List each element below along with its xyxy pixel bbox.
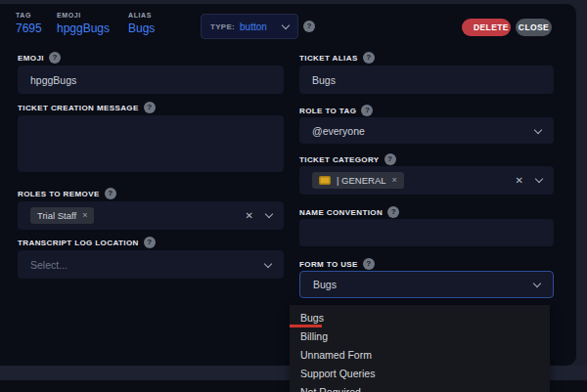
form-to-use-dropdown-menu: Bugs Billing Unnamed Form Support Querie… bbox=[290, 305, 550, 392]
chevron-down-icon bbox=[533, 280, 541, 287]
emoji-input-value: hpggBugs bbox=[30, 74, 76, 86]
name-convention-label: NAME CONVENTION bbox=[299, 208, 383, 217]
stat-alias-value: Bugs bbox=[128, 22, 155, 35]
emoji-field-label-row: EMOJI ? bbox=[18, 52, 61, 64]
type-select-label: TYPE: bbox=[210, 22, 235, 31]
dropdown-option-label: Not Required bbox=[300, 386, 361, 392]
chevron-down-icon[interactable] bbox=[265, 210, 273, 218]
chip-remove-icon[interactable]: × bbox=[392, 176, 397, 185]
type-select-value: button bbox=[240, 22, 278, 32]
stat-alias: ALIAS Bugs bbox=[128, 12, 155, 35]
role-to-tag-select[interactable]: @everyone bbox=[299, 117, 554, 144]
chevron-down-icon bbox=[534, 125, 542, 133]
dropdown-option-bugs[interactable]: Bugs bbox=[290, 308, 550, 327]
dropdown-option-label: Unnamed Form bbox=[300, 349, 372, 361]
roles-to-remove-label: ROLES TO REMOVE bbox=[18, 190, 100, 198]
ticket-category-label-row: TICKET CATEGORY ? bbox=[299, 153, 396, 165]
ticket-emoji-icon bbox=[319, 176, 331, 185]
chip-remove-icon[interactable]: × bbox=[82, 211, 87, 220]
help-icon[interactable]: ? bbox=[363, 258, 375, 270]
chevron-down-icon bbox=[264, 259, 272, 267]
ticket-category-multiselect[interactable]: | GENERAL × ✕ bbox=[299, 166, 554, 195]
role-chip-label: Trial Staff bbox=[37, 210, 76, 221]
dropdown-option-unnamed-form[interactable]: Unnamed Form bbox=[290, 345, 550, 364]
dropdown-option-not-required[interactable]: Not Required bbox=[290, 382, 550, 392]
clear-icon[interactable]: ✕ bbox=[246, 211, 253, 221]
dropdown-option-label: Billing bbox=[300, 330, 328, 342]
category-chip-label: | GENERAL bbox=[337, 175, 386, 186]
form-to-use-label: FORM TO USE bbox=[299, 260, 358, 269]
stat-alias-label: ALIAS bbox=[128, 12, 155, 19]
category-chip: | GENERAL × bbox=[312, 172, 404, 189]
form-to-use-select[interactable]: Bugs bbox=[299, 271, 554, 298]
ticket-alias-label: TICKET ALIAS bbox=[299, 54, 358, 63]
close-button[interactable]: CLOSE bbox=[516, 19, 552, 36]
name-convention-input[interactable] bbox=[299, 219, 554, 246]
help-icon[interactable]: ? bbox=[384, 153, 396, 165]
dropdown-option-label: Support Queries bbox=[300, 368, 375, 379]
select-placeholder: Select... bbox=[30, 259, 68, 271]
dropdown-option-billing[interactable]: Billing bbox=[290, 327, 550, 345]
delete-button[interactable]: DELETE bbox=[462, 19, 511, 36]
dropdown-option-support-queries[interactable]: Support Queries bbox=[290, 364, 550, 382]
emoji-input[interactable]: hpggBugs bbox=[18, 65, 284, 94]
ticket-creation-message-textarea[interactable] bbox=[18, 115, 284, 172]
roles-to-remove-multiselect[interactable]: Trial Staff × ✕ bbox=[18, 201, 284, 230]
ticket-alias-label-row: TICKET ALIAS ? bbox=[299, 52, 375, 64]
name-convention-label-row: NAME CONVENTION ? bbox=[299, 206, 399, 218]
ticket-category-label: TICKET CATEGORY bbox=[299, 155, 380, 164]
transcript-log-location-label-row: TRANSCRIPT LOG LOCATION ? bbox=[18, 237, 156, 248]
stat-emoji: EMOJI hpggBugs bbox=[57, 12, 110, 35]
role-to-tag-label-row: ROLE TO TAG ? bbox=[299, 105, 373, 116]
form-to-use-label-row: FORM TO USE ? bbox=[299, 258, 375, 270]
transcript-log-location-label: TRANSCRIPT LOG LOCATION bbox=[18, 239, 139, 247]
role-chip: Trial Staff × bbox=[30, 207, 94, 224]
form-to-use-value: Bugs bbox=[313, 279, 337, 290]
stat-tag-value: 7695 bbox=[16, 22, 42, 35]
stat-emoji-value: hpggBugs bbox=[57, 22, 110, 35]
ticket-alias-value: Bugs bbox=[312, 74, 336, 86]
help-icon[interactable]: ? bbox=[303, 21, 315, 32]
stat-tag-label: TAG bbox=[16, 12, 42, 19]
type-select[interactable]: TYPE: button bbox=[201, 14, 298, 39]
role-to-tag-value: @everyone bbox=[312, 125, 365, 137]
roles-to-remove-label-row: ROLES TO REMOVE ? bbox=[18, 188, 116, 199]
transcript-log-location-select[interactable]: Select... bbox=[18, 250, 284, 279]
annotation-underline bbox=[290, 325, 322, 327]
clear-icon[interactable]: ✕ bbox=[516, 176, 523, 186]
help-icon[interactable]: ? bbox=[144, 237, 156, 248]
help-icon[interactable]: ? bbox=[363, 52, 375, 64]
ticket-config-modal: TAG 7695 EMOJI hpggBugs ALIAS Bugs TYPE:… bbox=[0, 0, 587, 392]
help-icon[interactable]: ? bbox=[144, 102, 156, 113]
stat-emoji-label: EMOJI bbox=[57, 12, 110, 19]
stat-tag: TAG 7695 bbox=[16, 12, 42, 35]
ticket-alias-input[interactable]: Bugs bbox=[299, 65, 554, 94]
role-to-tag-label: ROLE TO TAG bbox=[299, 107, 356, 115]
chevron-down-icon[interactable] bbox=[535, 175, 543, 183]
emoji-field-label: EMOJI bbox=[18, 54, 44, 63]
help-icon[interactable]: ? bbox=[387, 206, 399, 218]
chevron-down-icon bbox=[282, 21, 290, 28]
help-icon[interactable]: ? bbox=[105, 188, 116, 199]
help-icon[interactable]: ? bbox=[49, 52, 61, 64]
dropdown-option-label: Bugs bbox=[300, 312, 324, 324]
help-icon[interactable]: ? bbox=[361, 105, 373, 116]
ticket-creation-message-label: TICKET CREATION MESSAGE bbox=[18, 104, 139, 112]
ticket-creation-message-label-row: TICKET CREATION MESSAGE ? bbox=[18, 102, 156, 113]
